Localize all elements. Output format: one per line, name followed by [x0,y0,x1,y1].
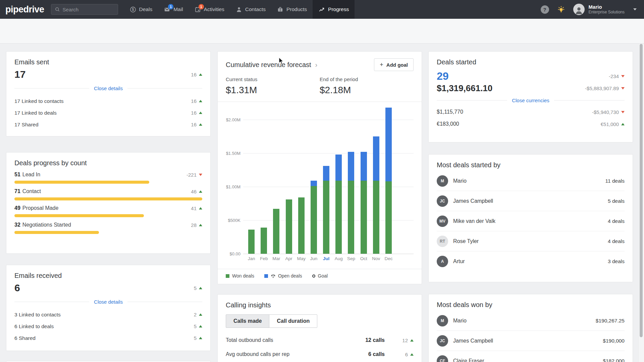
delta-value: -221 [186,172,202,178]
open-deals-segment[interactable] [385,108,392,181]
help-icon[interactable]: ? [541,5,549,14]
person-row: MMario$190,267.25 [437,311,625,331]
delta-value: 41 [191,205,202,211]
open-deals-segment[interactable] [348,152,354,181]
stat-row: 3 Linked to contacts2 [14,309,202,320]
won-deals-segment[interactable] [298,197,305,254]
search-input[interactable] [63,7,113,12]
tab-calls-made[interactable]: Calls made [226,314,269,328]
person-value: 4 deals [608,238,625,244]
tab-call-duration[interactable]: Call duration [269,314,317,328]
won-deals-segment[interactable] [361,181,367,254]
bar-dec[interactable] [382,106,395,254]
open-deals-segment[interactable] [311,181,317,186]
bar-sep[interactable] [345,106,357,254]
person-name: Claire Fraser [453,358,484,362]
bar-apr[interactable] [283,106,295,254]
x-axis-tick-label: Oct [358,256,370,261]
card-title: Emails received [14,272,202,280]
close-currencies-link[interactable]: Close currencies [512,98,549,103]
close-details-link[interactable]: Close details [94,299,123,305]
nav-item-label: Activities [204,6,224,12]
chart-legend: Won dealsOpen dealsGoal [226,273,414,279]
trend-icon [318,6,325,13]
delta-value: 5 [194,323,202,329]
bar-aug[interactable] [332,106,345,254]
avatar: JC [437,335,448,347]
won-deals-segment[interactable] [373,181,379,254]
delta-value: €51,000 [601,121,625,127]
bar-feb[interactable] [258,106,270,254]
chevron-right-icon[interactable]: › [315,61,318,69]
global-search[interactable] [51,4,118,15]
person-name: Artur [453,258,465,264]
scale-icon [271,274,276,279]
scrollbar-thumb[interactable] [640,44,643,337]
won-deals-segment[interactable] [273,209,279,254]
pipeline-stage-row: 71Contact46 [14,188,202,200]
delta-value: 16 [191,110,202,116]
nav-item-contacts[interactable]: Contacts [230,0,271,19]
user-avatar[interactable] [573,4,585,15]
arrow-down-icon [621,111,625,113]
deals-started-card: Deals started 29 -234 $1,319,661.10 -$5,… [428,51,633,142]
bar-mar[interactable] [270,106,282,254]
add-goal-button[interactable]: + Add goal [374,58,414,71]
open-deals-segment[interactable] [373,136,379,181]
notification-badge: 1 [199,4,204,9]
nav-item-products[interactable]: Products [271,0,313,19]
won-deals-segment[interactable] [311,186,317,254]
open-deals-segment[interactable] [361,152,367,181]
won-deals-segment[interactable] [286,199,292,254]
user-name: Mario [589,4,625,10]
x-axis-tick-label: Nov [370,256,382,261]
arrow-up-icon [410,339,414,342]
nav-item-progress[interactable]: Progress [313,0,355,19]
won-deals-segment[interactable] [261,228,267,254]
person-row: AArtur3 deals [437,251,625,272]
won-deals-segment[interactable] [323,181,329,254]
legend-won-deals[interactable]: Won deals [226,273,254,279]
nav-item-mail[interactable]: 1Mail [158,0,189,19]
bar-nov[interactable] [370,106,382,254]
legend-goal[interactable]: Goal [312,273,328,279]
nav-item-label: Deals [139,6,153,12]
card-title: Most deals started by [437,161,625,169]
most-deals-won-card: Most deals won by MMario$190,267.25JCJam… [428,294,633,362]
card-title: Deals progress by count [14,159,202,167]
bar-jul[interactable] [320,106,332,254]
open-deals-segment[interactable] [323,166,329,181]
top-nav: pipedrive $Deals1Mail1ActivitiesContacts… [0,0,644,19]
close-details-link[interactable]: Close details [94,85,123,91]
won-deals-swatch [226,274,229,278]
user-menu-caret-icon[interactable] [633,8,637,10]
person-value: $182,000 [603,358,625,362]
person-row: MVMike van der Valk4 deals [437,211,625,231]
currency-row: $1,115,770-$5,940,730 [437,106,625,118]
open-deals-segment[interactable] [335,155,342,181]
legend-open-deals[interactable]: Open deals [264,273,302,279]
won-deals-segment[interactable] [348,181,354,254]
lightbulb-icon[interactable] [557,5,565,13]
bar-jun[interactable] [308,106,320,254]
stat-row: 17 Linked to deals16 [14,107,202,119]
avatar: CF [437,355,448,362]
bars-group [245,106,395,254]
y-axis-tick-label: $1.00M [226,184,240,189]
calling-stat-row: Total outbound calls12 calls12 [226,333,414,347]
toolbar [0,19,644,44]
user-menu[interactable]: Mario Enterprise Solutions [589,4,625,14]
bar-oct[interactable] [358,106,370,254]
bar-may[interactable] [295,106,308,254]
won-deals-segment[interactable] [248,230,255,254]
bar-jan[interactable] [245,106,258,254]
person-name: Mike van der Valk [453,218,495,224]
svg-text:$: $ [132,8,134,11]
won-deals-segment[interactable] [335,181,342,254]
y-axis-tick-label: $1.50M [226,151,240,156]
deals-progress-card: Deals progress by count 51Lead In-22171C… [6,152,211,254]
nav-item-activities[interactable]: 1Activities [189,0,230,19]
scrollbar-track [638,44,644,362]
won-deals-segment[interactable] [385,181,392,254]
nav-item-deals[interactable]: $Deals [124,0,158,19]
